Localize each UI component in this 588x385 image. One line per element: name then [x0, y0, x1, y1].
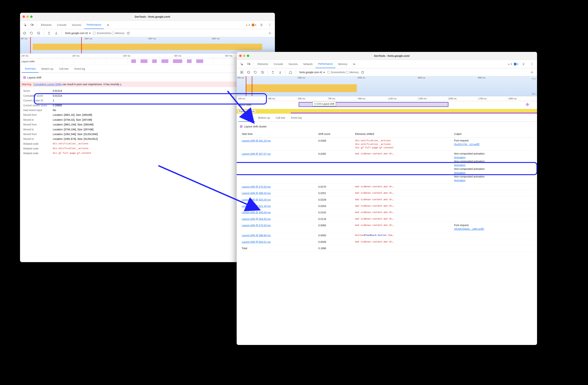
subtab-event-log[interactable]: Event log [288, 114, 305, 122]
kebab-icon[interactable] [267, 22, 273, 28]
dom-node-link[interactable]: div.notification__actions [355, 142, 451, 146]
culprit-link[interactable]: Animation [454, 156, 465, 159]
gc-icon[interactable] [359, 69, 366, 76]
memory-checkbox[interactable]: Memory [112, 32, 125, 35]
close-dot[interactable] [239, 55, 242, 57]
layout-shift-link[interactable]: Layout shift @ 503.26 ms [242, 198, 271, 201]
cls-link[interactable]: Cumulative Layout Shifts [34, 83, 62, 86]
subtab-event-log[interactable]: Event log [72, 65, 88, 73]
upload-icon[interactable] [270, 69, 276, 76]
memory-checkbox[interactable]: Memory [346, 71, 359, 74]
kebab-icon[interactable] [529, 61, 535, 67]
tab-network[interactable]: Network [301, 60, 315, 68]
layout-shift-link[interactable]: Layout shift @ 441.20 ms [242, 139, 271, 142]
close-dot[interactable] [22, 16, 25, 18]
layout-shifts-track[interactable]: Layout shifts 0.0269 Layout shift [237, 101, 537, 109]
dom-node-link[interactable]: mat-sidenav-content.mat-dr… [355, 217, 451, 221]
layout-shift-link[interactable]: Layout shift @ 521.16 ms [242, 205, 271, 208]
reload-icon[interactable] [252, 69, 258, 76]
dom-node-link[interactable]: div.gf-full-page.gf-content [355, 146, 451, 150]
tab-sources[interactable]: Sources [286, 60, 300, 68]
tab-sources[interactable]: Sources [69, 21, 84, 29]
culprit-link[interactable]: Animation [454, 164, 465, 167]
play-icon[interactable] [238, 69, 245, 76]
culprit-link[interactable]: Animation [454, 179, 465, 182]
subtab-bottom-up[interactable]: Bottom-up [255, 114, 273, 122]
dom-node-link[interactable]: button#feedback-button.fee… [355, 233, 451, 237]
layout-shift-link[interactable]: Layout shift @ 486.54 ms [242, 192, 271, 194]
culprit-link[interactable]: Animation [454, 171, 465, 174]
gear-icon[interactable] [529, 69, 535, 76]
gear-icon[interactable] [258, 22, 265, 28]
layout-shift-link[interactable]: Layout shift @ 554.05 ms [242, 217, 271, 220]
inspect-icon[interactable] [238, 61, 245, 67]
reload-icon[interactable] [28, 30, 35, 36]
dom-node-link[interactable]: div.notification__actions [53, 147, 88, 150]
screenshots-checkbox[interactable]: Screenshots [327, 71, 345, 74]
time-ruler[interactable]: 195 ms395 ms595 ms795 ms995 ms1195 ms139… [237, 96, 537, 101]
more-tabs[interactable]: ≫ [350, 60, 358, 68]
minimize-dot[interactable] [26, 16, 29, 18]
dom-node-link[interactable]: mat-sidenav-content.mat-dr… [355, 204, 451, 208]
subtab-summary[interactable]: Summary [238, 114, 255, 122]
dom-node-link[interactable]: mat-sidenav-content.mat-dr… [355, 198, 451, 201]
gear-icon[interactable] [267, 30, 273, 36]
tab-performance[interactable]: Performance [315, 60, 335, 68]
main-tabbar: ElementsConsoleSourcesPerformance ≫ ▲2 !… [20, 21, 275, 29]
frames-track[interactable]: Frames 67.1 ms [237, 109, 537, 114]
info-badge[interactable]: i1 [514, 63, 519, 65]
tab-performance[interactable]: Performance [84, 21, 104, 29]
dom-node-link[interactable]: mat-sidenav-content.mat-dr… [355, 240, 451, 244]
culprit-link[interactable]: HhzMU5Ak9u…p9M.woff2 [454, 228, 484, 231]
tab-console[interactable]: Console [271, 60, 285, 68]
dom-node-link[interactable]: mat-sidenav-content.mat-dr… [355, 211, 451, 214]
inspect-icon[interactable] [22, 22, 28, 28]
layout-shift-link[interactable]: Layout shift @ 457.07 ms [242, 152, 271, 155]
layout-shift-link[interactable]: Layout shift @ 570.53 ms [242, 224, 271, 227]
download-icon[interactable] [53, 30, 60, 36]
recording-select[interactable]: fonts.google.com #1▾ [63, 32, 92, 35]
tab-elements[interactable]: Elements [255, 60, 271, 68]
layout-shift-link[interactable]: Layout shift @ 545.09 ms [242, 211, 271, 214]
timeline-overview[interactable]: 997 ms1997 ms2997 ms3997 ms [20, 37, 275, 54]
more-tabs[interactable]: ≫ [104, 21, 112, 29]
download-icon[interactable] [277, 69, 283, 76]
subtab-summary[interactable]: Summary [22, 65, 39, 73]
subtab-call-tree[interactable]: Call tree [273, 114, 288, 122]
timeline-overview[interactable]: 995 ms1995 ms2995 ms3995 ms4995 ms CPU N… [237, 76, 537, 96]
tab-memory[interactable]: Memory [336, 60, 350, 68]
dom-node-link[interactable]: mat-sidenav-content.mat-dr… [355, 191, 451, 195]
warnings-badge[interactable]: ▲1 [508, 63, 512, 65]
dom-node-link[interactable]: mat-sidenav-content.mat-dr… [355, 223, 451, 227]
dom-node-link[interactable]: mat-sidenav-content.mat-dr… [355, 185, 451, 188]
subtab-call-tree[interactable]: Call tree [56, 65, 72, 73]
zoom-dot[interactable] [247, 55, 249, 57]
dom-node-link[interactable]: div.gf-full-page.gf-content [53, 151, 91, 155]
zoom-dot[interactable] [30, 16, 33, 18]
clear-icon[interactable] [35, 30, 42, 36]
record-button[interactable] [246, 69, 251, 75]
warnings-badge[interactable]: ▲2 [246, 23, 250, 26]
gc-icon[interactable] [125, 30, 132, 36]
layout-shift-link[interactable]: Layout shift @ 470.53 ms [242, 185, 271, 188]
tab-elements[interactable]: Elements [38, 21, 54, 29]
record-button[interactable] [22, 30, 27, 36]
device-icon[interactable] [245, 61, 252, 67]
layout-shift-link[interactable]: Layout shift @ 604.01 ms [242, 240, 271, 243]
minimize-dot[interactable] [243, 55, 245, 57]
subtab-bottom-up[interactable]: Bottom-up [39, 65, 56, 73]
screenshots-checkbox[interactable]: Screenshots [93, 32, 111, 35]
gear-icon[interactable] [520, 61, 527, 67]
dom-node-link[interactable]: mat-sidenav-content.mat-dr… [355, 152, 451, 155]
issues-badge[interactable]: !1 [252, 23, 256, 26]
recording-select[interactable]: fonts.google.com #1▾ [298, 71, 327, 74]
layout-shift-link[interactable]: Layout shift @ 588.68 ms [242, 234, 271, 237]
culprit-link[interactable]: t5sJIQcYNI…IUI.woff2 [454, 143, 480, 146]
dom-node-link[interactable]: div.notification__actions [53, 142, 88, 146]
clear-icon[interactable] [259, 69, 266, 76]
dom-node-link[interactable]: div.notification__actions [355, 139, 451, 142]
upload-icon[interactable] [46, 30, 52, 36]
tab-console[interactable]: Console [54, 21, 69, 29]
home-icon[interactable] [287, 69, 294, 76]
device-icon[interactable] [29, 22, 35, 28]
